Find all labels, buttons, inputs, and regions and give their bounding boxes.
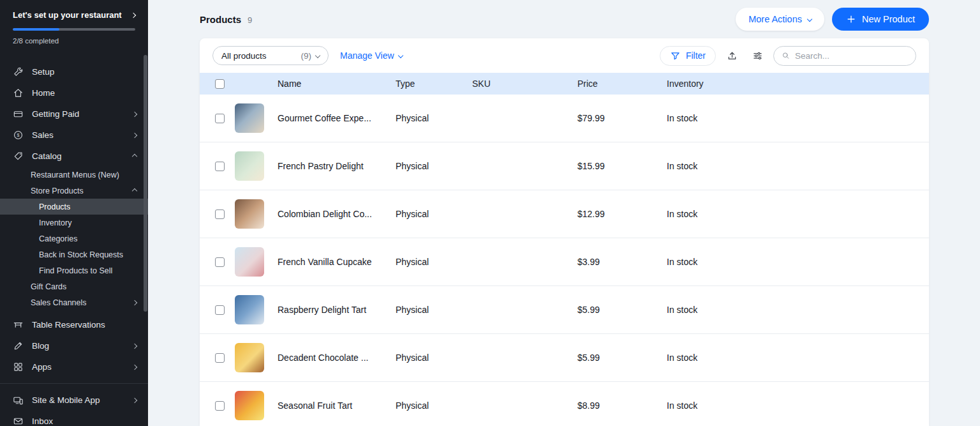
product-name[interactable]: Colombian Delight Co...: [278, 209, 396, 219]
column-header-price[interactable]: Price: [577, 79, 667, 89]
row-checkbox[interactable]: [215, 401, 225, 411]
sidebar-item-table-reservations[interactable]: Table Reservations: [0, 314, 148, 335]
product-name[interactable]: French Pastry Delight: [278, 161, 396, 171]
column-header-inventory[interactable]: Inventory: [667, 79, 929, 89]
search-input[interactable]: [795, 51, 908, 61]
table-row[interactable]: Decadent Chocolate ... Physical $5.99 In…: [200, 334, 929, 382]
sidebar-item-catalog[interactable]: Catalog: [0, 146, 148, 167]
product-name[interactable]: Decadent Chocolate ...: [278, 353, 396, 363]
sidebar-item-apps[interactable]: Apps: [0, 356, 148, 377]
sidebar-item-home[interactable]: Home: [0, 82, 148, 103]
chevron-right-icon: [132, 300, 137, 305]
sidebar-item-label: Categories: [39, 234, 77, 243]
product-price: $3.99: [577, 257, 667, 267]
chevron-right-icon: [132, 397, 137, 402]
row-checkbox[interactable]: [215, 209, 225, 219]
sidebar-item-label: Sales: [32, 130, 54, 140]
page-header: Products 9 More Actions New Product: [200, 0, 929, 38]
devices-icon: [13, 395, 24, 406]
chevron-right-icon: [132, 132, 137, 137]
new-product-label: New Product: [862, 14, 915, 24]
product-price: $5.99: [577, 353, 667, 363]
table-row[interactable]: French Pastry Delight Physical $15.99 In…: [200, 142, 929, 190]
column-header-type[interactable]: Type: [396, 79, 472, 89]
product-thumbnail: [235, 343, 264, 372]
customize-columns-button[interactable]: [748, 46, 767, 65]
product-price: $12.99: [577, 209, 667, 219]
export-icon: [727, 50, 738, 61]
row-checkbox[interactable]: [215, 305, 225, 315]
sidebar-item-label: Sales Channels: [31, 298, 87, 307]
new-product-button[interactable]: New Product: [832, 8, 929, 31]
row-checkbox[interactable]: [215, 162, 225, 171]
export-button[interactable]: [722, 46, 741, 65]
table-row[interactable]: Raspberry Delight Tart Physical $5.99 In…: [200, 286, 929, 334]
payment-card-icon: [13, 109, 24, 119]
sidebar-item-label: Setup: [32, 67, 54, 77]
sidebar-item-inbox[interactable]: Inbox: [0, 411, 148, 426]
setup-progress-card[interactable]: Let's set up your restaurant 2/8 complet…: [0, 0, 148, 54]
product-thumbnail: [235, 199, 264, 229]
row-checkbox[interactable]: [215, 353, 225, 363]
column-header-sku[interactable]: SKU: [472, 79, 577, 89]
chevron-right-icon: [132, 364, 137, 369]
products-count: 9: [248, 15, 252, 25]
table-row[interactable]: Gourmet Coffee Expe... Physical $79.99 I…: [200, 95, 929, 142]
product-name[interactable]: French Vanilla Cupcake: [278, 257, 396, 267]
product-inventory: In stock: [667, 209, 929, 219]
product-name[interactable]: Seasonal Fruit Tart: [278, 400, 396, 411]
row-checkbox[interactable]: [215, 114, 225, 123]
sidebar-item-back-in-stock-requests[interactable]: Back in Stock Requests: [0, 247, 148, 262]
sidebar-item-find-products-to-sell[interactable]: Find Products to Sell: [0, 262, 148, 278]
chevron-down-icon: [315, 53, 320, 58]
sidebar-item-label: Products: [39, 202, 70, 211]
product-name[interactable]: Gourmet Coffee Expe...: [278, 113, 396, 123]
product-thumbnail: [235, 295, 264, 324]
sidebar-item-blog[interactable]: Blog: [0, 335, 148, 356]
product-price: $79.99: [577, 113, 667, 123]
more-actions-button[interactable]: More Actions: [736, 8, 824, 31]
sidebar-item-sales[interactable]: $ Sales: [0, 125, 148, 146]
chevron-up-icon: [132, 188, 137, 193]
product-inventory: In stock: [667, 400, 929, 411]
sidebar-scrollbar[interactable]: [144, 55, 147, 312]
sidebar-item-setup[interactable]: Setup: [0, 61, 148, 82]
sidebar-item-inventory[interactable]: Inventory: [0, 215, 148, 231]
pen-icon: [13, 340, 24, 351]
sidebar-item-label: Catalog: [32, 151, 62, 161]
row-checkbox[interactable]: [215, 257, 225, 267]
sidebar-item-site-mobile-app[interactable]: Site & Mobile App: [0, 390, 148, 411]
home-icon: [13, 87, 24, 98]
sidebar-item-label: Inbox: [32, 416, 53, 426]
sidebar-item-products[interactable]: Products: [0, 199, 148, 215]
table-row[interactable]: French Vanilla Cupcake Physical $3.99 In…: [200, 238, 929, 286]
view-selector-dropdown[interactable]: All products (9): [212, 46, 329, 65]
sidebar-item-store-products[interactable]: Store Products: [0, 183, 148, 199]
table-row[interactable]: Colombian Delight Co... Physical $12.99 …: [200, 190, 929, 238]
setup-progress-fill: [13, 28, 59, 31]
sidebar-item-restaurant-menus[interactable]: Restaurant Menus (New): [0, 167, 148, 183]
product-inventory: In stock: [667, 113, 929, 123]
sidebar: Let's set up your restaurant 2/8 complet…: [0, 0, 148, 426]
manage-view-label: Manage View: [340, 50, 394, 61]
chevron-right-icon: [132, 111, 137, 116]
chevron-right-icon: [131, 12, 136, 17]
sliders-icon: [752, 50, 763, 61]
search-icon: [782, 51, 790, 60]
sidebar-item-label: Gift Cards: [31, 282, 66, 291]
manage-view-dropdown[interactable]: Manage View: [340, 50, 403, 61]
sidebar-item-getting-paid[interactable]: Getting Paid: [0, 103, 148, 125]
sidebar-item-label: Getting Paid: [32, 109, 79, 119]
sidebar-item-categories[interactable]: Categories: [0, 231, 148, 247]
sidebar-item-sales-channels[interactable]: Sales Channels: [0, 294, 148, 310]
product-name[interactable]: Raspberry Delight Tart: [278, 305, 396, 315]
filter-button[interactable]: Filter: [660, 46, 716, 66]
table-row[interactable]: Seasonal Fruit Tart Physical $8.99 In st…: [200, 382, 929, 426]
sidebar-nav: Setup Home Getting Paid $ Sales Catalog …: [0, 61, 148, 426]
select-all-checkbox[interactable]: [215, 79, 225, 89]
product-price: $8.99: [577, 400, 667, 411]
search-field[interactable]: [773, 46, 916, 66]
product-price: $15.99: [577, 161, 667, 171]
column-header-name[interactable]: Name: [278, 79, 396, 89]
sidebar-item-gift-cards[interactable]: Gift Cards: [0, 278, 148, 294]
